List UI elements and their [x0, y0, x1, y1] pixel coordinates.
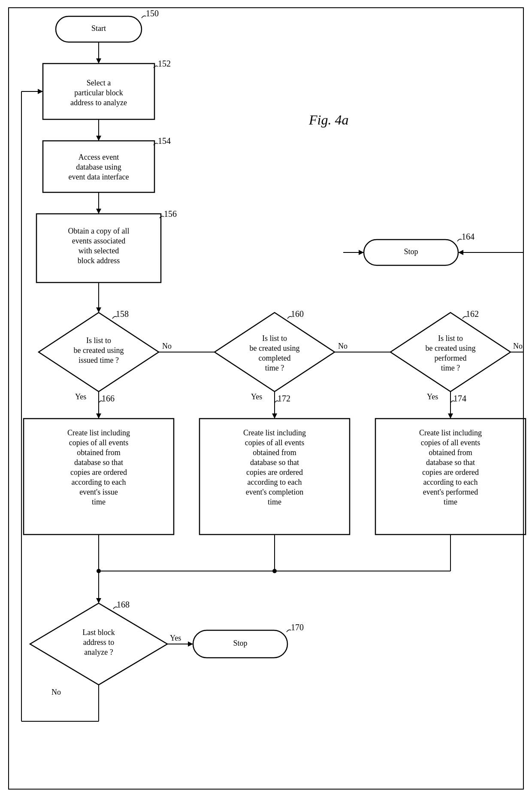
diamond-160-l3: completed — [259, 354, 291, 362]
ref-168: 168 — [117, 600, 130, 609]
node-156-l4: block address — [78, 256, 120, 265]
node-174-l6: according to each — [423, 478, 478, 486]
ref-170: 170 — [291, 623, 304, 632]
ref-150: 150 — [146, 9, 159, 18]
no-label-160: No — [338, 342, 348, 350]
node-172-l2: copies of all events — [245, 438, 304, 447]
start-node: Start — [91, 24, 106, 33]
stop-170-node: Stop — [233, 639, 247, 647]
diamond-158: Is list to — [86, 336, 111, 345]
ref-162: 162 — [466, 309, 479, 319]
node-156: Obtain a copy of all — [68, 227, 130, 235]
diamond-162-l4: time ? — [441, 364, 460, 372]
yes-label-160: Yes — [251, 392, 262, 401]
ref-164: 164 — [462, 232, 475, 241]
diamond-168: Last block — [82, 628, 115, 637]
node-172-l5: copies are ordered — [246, 468, 303, 477]
node-174-l3: obtained from — [429, 448, 472, 457]
diamond-162: Is list to — [438, 334, 463, 343]
node-166-l7: event's issue — [79, 488, 118, 496]
node-152: Select a — [87, 79, 111, 87]
yes-label-158: Yes — [75, 392, 86, 401]
diamond-158-l2: be created using — [74, 346, 124, 355]
ref-174: 174 — [453, 394, 466, 403]
diamond-158-l3: issued time ? — [79, 356, 119, 365]
diamond-168-l3: analyze ? — [84, 648, 113, 656]
diamond-160: Is list to — [262, 334, 287, 343]
ref-172: 172 — [278, 394, 290, 403]
node-152-l3: address to analyze — [70, 98, 127, 107]
node-172-l7: event's completion — [246, 488, 304, 496]
node-166-l8: time — [92, 498, 106, 506]
node-174-l8: time — [444, 498, 457, 506]
node-166-l3: obtained from — [77, 448, 120, 457]
node-174-l4: database so that — [426, 458, 475, 467]
ref-158: 158 — [116, 309, 129, 319]
diamond-162-l2: be created using — [426, 344, 476, 352]
node-156-l3: with selected — [79, 246, 119, 255]
node-172-l8: time — [268, 498, 281, 506]
node-172-l3: obtained from — [253, 448, 296, 457]
no-label-162: No — [513, 342, 523, 350]
node-152-l2: particular block — [74, 88, 123, 97]
node-174: Create list including — [419, 428, 482, 437]
node-154-l2: database using — [76, 163, 121, 171]
stop-164-node: Stop — [404, 247, 418, 256]
ref-156: 156 — [164, 209, 177, 219]
figure-label: Fig. 4a — [308, 112, 348, 128]
diamond-160-l4: time ? — [265, 364, 284, 372]
diamond-160-l2: be created using — [250, 344, 300, 352]
node-166-l5: copies are ordered — [70, 468, 127, 477]
node-172: Create list including — [243, 428, 306, 437]
node-154-l3: event data interface — [69, 173, 129, 181]
node-174-l7: event's performed — [423, 488, 478, 496]
node-172-l4: database so that — [250, 458, 299, 467]
node-174-l5: copies are ordered — [422, 468, 479, 477]
diamond-162-l3: performed — [435, 354, 467, 362]
node-166-l4: database so that — [74, 458, 123, 467]
ref-154: 154 — [158, 136, 171, 146]
flowchart-container: Fig. 4a Start 150 Select a particular bl… — [0, 0, 532, 796]
ref-166: 166 — [102, 394, 115, 403]
yes-label-162: Yes — [427, 392, 438, 401]
yes-label-168: Yes — [170, 634, 181, 642]
ref-160: 160 — [291, 309, 304, 319]
node-174-l2: copies of all events — [421, 438, 480, 447]
node-172-l6: according to each — [248, 478, 302, 486]
diamond-168-l2: address to — [83, 638, 114, 647]
node-166: Create list including — [67, 428, 130, 437]
no-label-158: No — [162, 342, 172, 350]
node-166-l6: according to each — [72, 478, 126, 486]
node-156-l2: events associated — [72, 237, 125, 245]
ref-152: 152 — [158, 59, 171, 68]
node-154: Access event — [79, 153, 119, 161]
no-label-168: No — [51, 688, 61, 696]
node-166-l2: copies of all events — [69, 438, 128, 447]
